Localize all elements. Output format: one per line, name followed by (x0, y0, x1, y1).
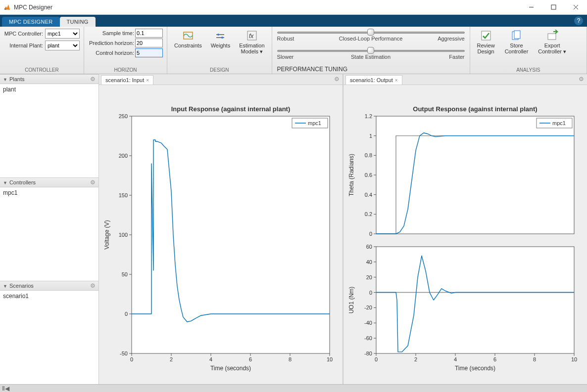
svg-point-7 (217, 34, 219, 36)
svg-text:0: 0 (369, 289, 372, 295)
scenarios-gear-icon[interactable]: ⚙ (90, 282, 96, 289)
svg-text:60: 60 (366, 244, 372, 250)
state-estimation-slider[interactable] (277, 48, 465, 54)
ribbon-tabstrip: MPC DESIGNER TUNING ? (0, 15, 587, 27)
mpc-controller-label: MPC Controller: (4, 31, 43, 37)
group-label-analysis: ANALYSIS (474, 66, 583, 73)
svg-text:0: 0 (375, 356, 378, 362)
constraints-label: Constraints (174, 43, 202, 48)
performance-tuning-group: Robust Closed-Loop Performance Aggressiv… (272, 27, 470, 74)
robust-label: Robust (277, 36, 294, 42)
store-label: Store Controller (505, 43, 529, 54)
plant-item[interactable]: plant (0, 85, 98, 94)
input-tabbar: scenario1: Input× ⚙ (99, 74, 342, 85)
internal-plant-select[interactable]: plant (45, 41, 80, 50)
group-label-controller: CONTROLLER (4, 66, 80, 73)
svg-text:0: 0 (125, 311, 128, 317)
minimize-button[interactable] (520, 0, 542, 15)
workspace: ▼Plants⚙ plant ▼Controllers⚙ mpc1 ▼Scena… (0, 74, 587, 384)
close-icon[interactable]: × (395, 78, 398, 83)
svg-text:100: 100 (119, 232, 128, 238)
plot-container: scenario1: Input× ⚙ 0246810-500501001502… (99, 74, 587, 384)
svg-rect-11 (482, 31, 490, 40)
svg-text:6: 6 (249, 356, 252, 362)
state-estimation-label: State Estimation (351, 54, 391, 60)
output-tab-gear-icon[interactable]: ⚙ (579, 76, 584, 83)
matlab-logo-icon (3, 3, 11, 11)
group-label-design: DESIGN (171, 66, 268, 73)
store-controller-button[interactable]: Store Controller (502, 29, 532, 55)
prediction-horizon-input[interactable] (135, 39, 163, 47)
controllers-gear-icon[interactable]: ⚙ (90, 179, 96, 186)
svg-text:fx: fx (249, 33, 254, 40)
closed-loop-slider-row: Robust Closed-Loop Performance Aggressiv… (277, 30, 465, 42)
internal-plant-label: Internal Plant: (4, 43, 43, 48)
scenario-item[interactable]: scenario1 (0, 292, 98, 301)
control-horizon-input[interactable] (135, 48, 163, 57)
svg-text:0.4: 0.4 (365, 191, 372, 197)
tab-tuning[interactable]: TUNING (60, 17, 96, 27)
output-tabbar: scenario1: Output× ⚙ (343, 74, 587, 85)
svg-rect-68 (376, 247, 574, 353)
svg-text:-60: -60 (364, 335, 372, 341)
output-plot-area: 00.20.40.60.811.2Output Response (agains… (343, 85, 587, 384)
weights-button[interactable]: Weights (208, 29, 234, 55)
fx-icon: fx (246, 30, 258, 42)
svg-text:0: 0 (130, 356, 133, 362)
closed-loop-slider[interactable] (277, 30, 465, 36)
svg-text:UO1 (Nm): UO1 (Nm) (348, 286, 355, 313)
svg-text:150: 150 (119, 192, 128, 198)
svg-text:mpc1: mpc1 (308, 120, 321, 126)
scenarios-header[interactable]: ▼Scenarios⚙ (0, 281, 98, 291)
controllers-list: mpc1 (0, 187, 98, 281)
svg-text:0.2: 0.2 (365, 211, 372, 217)
weights-label: Weights (211, 43, 231, 48)
export-controller-button[interactable]: Export Controller ▾ (535, 29, 569, 55)
svg-text:8: 8 (289, 356, 292, 362)
svg-text:8: 8 (533, 356, 536, 362)
svg-text:0.8: 0.8 (365, 152, 372, 158)
review-label: Review Design (477, 43, 495, 54)
output-chart-uo1: 0246810-80-60-40-200204060Time (seconds)… (346, 240, 584, 373)
svg-text:Time (seconds): Time (seconds) (210, 365, 251, 372)
svg-text:-40: -40 (364, 320, 372, 326)
maximize-button[interactable] (542, 0, 565, 15)
sample-time-input[interactable] (135, 29, 163, 38)
input-tab[interactable]: scenario1: Input× (101, 75, 153, 85)
svg-text:40: 40 (366, 259, 372, 264)
close-button[interactable] (565, 0, 587, 15)
statusbar: Ⅱ◀ (0, 384, 587, 392)
svg-text:1.2: 1.2 (365, 113, 372, 119)
svg-text:Time (seconds): Time (seconds) (455, 365, 495, 372)
help-button[interactable]: ? (574, 16, 583, 25)
svg-rect-15 (132, 116, 330, 353)
design-group: Constraints Weights fx Estimation Models… (167, 27, 272, 74)
mpc-controller-select[interactable]: mpc1 (45, 29, 80, 39)
constraints-button[interactable]: Constraints (171, 29, 205, 55)
tab-mpc-designer[interactable]: MPC DESIGNER (2, 17, 60, 27)
sample-time-label: Sample time: (88, 30, 134, 36)
controllers-header[interactable]: ▼Controllers⚙ (0, 177, 98, 187)
analysis-group: Review Design Store Controller Export Co… (470, 27, 587, 74)
svg-text:Input Response (against intern: Input Response (against internal plant) (171, 105, 291, 113)
control-horizon-label: Control horizon: (88, 50, 134, 56)
review-icon (480, 30, 492, 42)
store-icon (510, 30, 522, 42)
controller-item[interactable]: mpc1 (0, 188, 98, 197)
svg-text:0.6: 0.6 (365, 172, 372, 178)
close-icon[interactable]: × (146, 78, 149, 83)
side-panel: ▼Plants⚙ plant ▼Controllers⚙ mpc1 ▼Scena… (0, 74, 99, 384)
aggressive-label: Aggressive (438, 36, 464, 42)
input-tab-gear-icon[interactable]: ⚙ (334, 76, 340, 83)
prediction-horizon-label: Prediction horizon: (88, 40, 134, 46)
statusbar-collapse-icon[interactable]: Ⅱ◀ (2, 385, 9, 392)
estimation-models-button[interactable]: fx Estimation Models ▾ (236, 29, 267, 55)
svg-text:10: 10 (327, 356, 333, 362)
controllers-title: Controllers (9, 179, 36, 185)
output-tab-label: scenario1: Output (350, 77, 393, 83)
state-estimation-slider-row: Slower State Estimation Faster (277, 48, 465, 60)
review-design-button[interactable]: Review Design (474, 29, 498, 55)
plants-gear-icon[interactable]: ⚙ (90, 76, 96, 83)
output-tab[interactable]: scenario1: Output× (345, 75, 402, 85)
plants-header[interactable]: ▼Plants⚙ (0, 74, 98, 84)
